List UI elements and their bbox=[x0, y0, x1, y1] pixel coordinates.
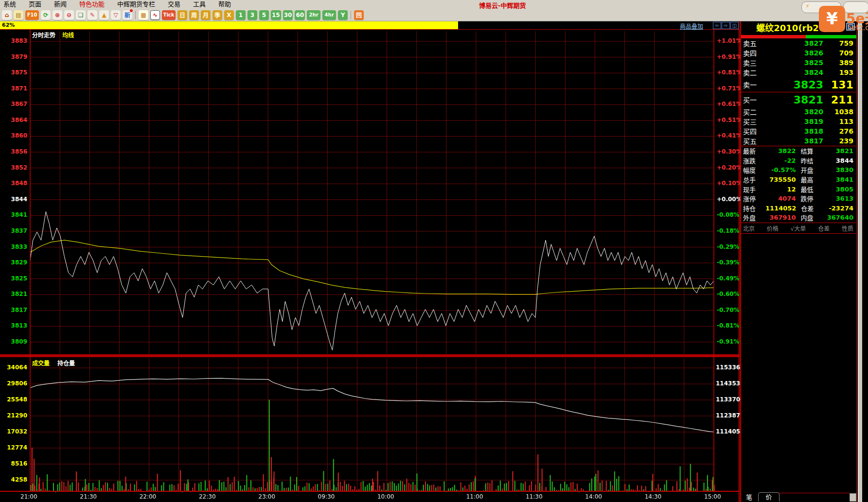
info-label: 最低 bbox=[796, 185, 823, 194]
period-60min-button[interactable]: 60 bbox=[295, 10, 305, 20]
menu-0[interactable]: 系统 bbox=[0, 0, 22, 9]
percent-axis-tick: -0.81% bbox=[717, 322, 740, 329]
menu-7[interactable]: 帮助 bbox=[212, 0, 237, 9]
home-icon[interactable]: ⌂ bbox=[2, 10, 12, 20]
time-axis-tick: 23:00 bbox=[258, 493, 275, 500]
bid-row[interactable]: 买五3817239 bbox=[741, 136, 856, 146]
new-icon[interactable]: 新 bbox=[123, 10, 132, 20]
menu-2[interactable]: 新闻 bbox=[48, 0, 73, 9]
filter-icon[interactable]: ▽ bbox=[111, 10, 121, 20]
depth-label: 买三 bbox=[743, 117, 770, 126]
period-year-button[interactable]: Y bbox=[338, 10, 348, 20]
tick-list-empty bbox=[741, 234, 856, 492]
time-axis-tick: 09:30 bbox=[318, 493, 335, 500]
bid-row[interactable]: 买四3818276 bbox=[741, 126, 856, 136]
period-30min-button[interactable]: 30 bbox=[283, 10, 293, 20]
tab-tick[interactable]: 笔 bbox=[746, 492, 752, 502]
period-month-button[interactable]: 月 bbox=[201, 10, 211, 20]
menu-3[interactable]: 特色功能 bbox=[73, 0, 111, 9]
ask1-row[interactable]: 卖一3823131 bbox=[741, 77, 856, 92]
time-axis-tick: 11:00 bbox=[466, 493, 483, 500]
depth-label: 卖一 bbox=[743, 80, 770, 89]
info-row: 总手735550最高3841 bbox=[741, 175, 856, 185]
multi-window-icon[interactable]: 回 bbox=[354, 10, 364, 20]
depth-volume: 193 bbox=[823, 69, 853, 76]
f10-icon[interactable]: F10 bbox=[25, 10, 39, 20]
period-day-button[interactable]: 日 bbox=[177, 10, 187, 20]
info-label: 内盘 bbox=[796, 213, 823, 222]
toolbar-separator bbox=[135, 11, 136, 19]
tick-header-col: 北京 bbox=[743, 224, 755, 232]
depth-label: 卖五 bbox=[743, 38, 770, 48]
price-axis-tick: 3825 bbox=[0, 275, 27, 282]
ask-row[interactable]: 卖三3825389 bbox=[741, 58, 856, 68]
quote-table-icon[interactable]: ▦ bbox=[139, 10, 148, 20]
period-x-button[interactable]: X bbox=[224, 10, 234, 20]
info-row: 持仓1114052仓差-23274 bbox=[741, 204, 856, 213]
info-value: 3613 bbox=[823, 195, 854, 202]
menu-1[interactable]: 页面 bbox=[22, 0, 48, 9]
percent-axis-tick: +0.51% bbox=[717, 117, 742, 123]
time-axis-tick: 14:00 bbox=[585, 493, 602, 500]
info-value: -22 bbox=[765, 157, 796, 164]
menu-4[interactable]: 中辉期货专栏 bbox=[111, 0, 161, 9]
progress-percent: 62% bbox=[2, 22, 15, 28]
depth-label: 卖三 bbox=[743, 58, 770, 68]
next-commodity-button[interactable]: ⇨ bbox=[722, 22, 730, 29]
tab-price[interactable]: 价 bbox=[758, 492, 779, 502]
watermark-domain: 5etz.com bbox=[847, 23, 868, 32]
notes-icon[interactable]: ▤ bbox=[14, 10, 23, 20]
time-axis-tick: 11:30 bbox=[526, 493, 543, 500]
depth-price: 3825 bbox=[770, 59, 823, 67]
menu-5[interactable]: 交易 bbox=[161, 0, 187, 9]
ask-row[interactable]: 卖五3827759 bbox=[741, 38, 856, 48]
bid-row[interactable]: 买二38201038 bbox=[741, 107, 856, 117]
depth-label: 买五 bbox=[743, 136, 770, 146]
period-week-button[interactable]: 周 bbox=[189, 10, 199, 20]
price-axis-tick: 3864 bbox=[0, 117, 27, 123]
bid1-row[interactable]: 买一3821211 bbox=[741, 92, 856, 107]
commodity-overlay-link[interactable]: 商品叠加 bbox=[680, 22, 703, 30]
depth-label: 卖二 bbox=[743, 68, 770, 77]
split-view-button[interactable]: ◫ bbox=[730, 22, 739, 29]
alarm-icon[interactable]: ▲ bbox=[99, 10, 109, 20]
period-2hr-button[interactable]: 2hr bbox=[307, 10, 320, 20]
tick-list-header: 北京价格√大单仓差性质 bbox=[741, 223, 856, 234]
period-5min-button[interactable]: 5 bbox=[259, 10, 269, 20]
layers-icon[interactable]: ❏ bbox=[76, 10, 86, 20]
depth-volume: 131 bbox=[823, 79, 853, 91]
info-value: 12 bbox=[765, 186, 796, 193]
price-axis-tick: 3867 bbox=[0, 101, 27, 107]
price-axis-tick: 3856 bbox=[0, 148, 27, 155]
period-1min-button[interactable]: 1 bbox=[236, 10, 246, 20]
refresh-icon[interactable]: ⟳ bbox=[41, 10, 51, 20]
chart-icon[interactable]: ∿ bbox=[150, 10, 160, 20]
price-axis-tick: 3879 bbox=[0, 53, 27, 60]
period-15min-button[interactable]: 15 bbox=[271, 10, 281, 20]
bid-row[interactable]: 买三3819113 bbox=[741, 117, 856, 126]
tick-chart-button[interactable]: Tick bbox=[162, 10, 176, 20]
price-axis-tick: 3871 bbox=[0, 85, 27, 92]
zoom-in-icon[interactable]: ⊕ bbox=[53, 10, 62, 20]
prev-commodity-button[interactable]: ⇦ bbox=[713, 22, 721, 29]
pane2-legend-openinterest: 持仓量 bbox=[57, 359, 75, 367]
percent-axis-tick: -0.39% bbox=[717, 259, 740, 266]
info-value: 367640 bbox=[823, 214, 854, 221]
zoom-out-icon[interactable]: ⊖ bbox=[64, 10, 74, 20]
ask-row[interactable]: 卖四3826709 bbox=[741, 48, 856, 58]
draw-icon[interactable]: ✎ bbox=[88, 10, 97, 20]
time-axis-tick: 21:00 bbox=[20, 493, 37, 500]
period-season-button[interactable]: 季 bbox=[213, 10, 222, 20]
price-axis-tick: 3860 bbox=[0, 132, 27, 139]
menu-6[interactable]: 工具 bbox=[187, 0, 212, 9]
depth-price: 3817 bbox=[770, 137, 823, 145]
tick-header-col: 仓差 bbox=[818, 224, 830, 232]
depth-price: 3824 bbox=[770, 69, 823, 76]
tab-scroll-handle[interactable] bbox=[850, 493, 856, 502]
period-4hr-button[interactable]: 4hr bbox=[322, 10, 336, 20]
info-label: 开盘 bbox=[796, 165, 823, 174]
depth-label: 卖四 bbox=[743, 48, 770, 58]
ask-row[interactable]: 卖二3824193 bbox=[741, 68, 856, 77]
info-label: 总手 bbox=[743, 175, 765, 184]
period-3min-button[interactable]: 3 bbox=[248, 10, 257, 20]
